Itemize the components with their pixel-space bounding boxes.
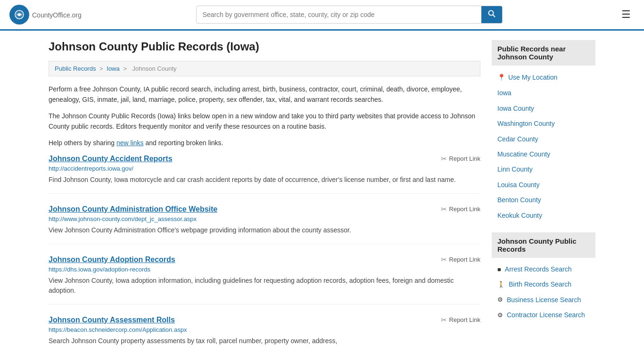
search-input[interactable]: [197, 7, 481, 22]
desc-para3-prefix: Help others by sharing: [49, 139, 116, 147]
record-link-2[interactable]: Business License Search: [507, 295, 581, 305]
record-desc-1: View Johnson County Administration Offic…: [49, 225, 480, 235]
record-entry: Johnson County Assessment Rolls ✂ Report…: [49, 316, 480, 354]
breadcrumb: Public Records > Iowa > Johnson County: [49, 61, 480, 76]
record-link-icon-2: ⚙: [497, 296, 503, 303]
report-icon-2: ✂: [441, 255, 447, 264]
report-link-label-2: Report Link: [449, 256, 480, 263]
record-link-1[interactable]: Birth Records Search: [509, 279, 571, 289]
record-header-0: Johnson County Accident Reports ✂ Report…: [49, 155, 480, 163]
record-header-1: Johnson County Administration Office Web…: [49, 205, 480, 214]
report-link-label-1: Report Link: [449, 206, 480, 213]
report-link-label-3: Report Link: [449, 316, 480, 323]
logo-area[interactable]: CountyOffice.org: [9, 5, 82, 25]
content-area: Johnson County Public Records (Iowa) Pub…: [49, 40, 480, 362]
report-link-button-2[interactable]: ✂ Report Link: [441, 255, 480, 264]
nearby-link-2[interactable]: Washington County: [492, 116, 595, 131]
nearby-link-7[interactable]: Benton County: [492, 192, 595, 207]
record-desc-0: Find Johnson County, Iowa motorcycle and…: [49, 175, 480, 185]
sidebar-record-item-0: ■ Arrest Records Search: [492, 262, 595, 277]
record-title-3[interactable]: Johnson County Assessment Rolls: [49, 316, 175, 324]
record-url-2[interactable]: https://dhs.iowa.gov/adoption-records: [49, 266, 480, 273]
report-icon-0: ✂: [441, 155, 447, 163]
nearby-link-5[interactable]: Linn County: [492, 162, 595, 177]
records-list: Johnson County Accident Reports ✂ Report…: [49, 155, 480, 354]
sidebar-record-item-3: ⚙ Contractor License Search: [492, 307, 595, 322]
search-button[interactable]: [481, 6, 502, 23]
report-link-button-0[interactable]: ✂ Report Link: [441, 155, 480, 163]
jc-records-section: Johnson County Public Records ■ Arrest R…: [492, 232, 595, 323]
desc-para1: Perform a free Johnson County, IA public…: [49, 84, 480, 105]
report-link-label-0: Report Link: [449, 155, 480, 162]
report-link-button-1[interactable]: ✂ Report Link: [441, 205, 480, 214]
record-header-3: Johnson County Assessment Rolls ✂ Report…: [49, 316, 480, 324]
main-container: Johnson County Public Records (Iowa) Pub…: [39, 31, 605, 362]
description-block: Perform a free Johnson County, IA public…: [49, 84, 480, 148]
record-entry: Johnson County Administration Office Web…: [49, 205, 480, 244]
record-header-2: Johnson County Adoption Records ✂ Report…: [49, 255, 480, 264]
nearby-header: Public Records near Johnson County: [492, 40, 595, 66]
sidebar-record-item-2: ⚙ Business License Search: [492, 292, 595, 307]
use-my-location-item[interactable]: 📍 Use My Location: [492, 69, 595, 85]
breadcrumb-iowa[interactable]: Iowa: [107, 65, 119, 72]
nearby-section: Public Records near Johnson County 📍 Use…: [492, 40, 595, 223]
record-desc-3: Search Johnson County property assessmen…: [49, 336, 480, 346]
record-link-icon-3: ⚙: [497, 312, 503, 319]
nearby-link-8[interactable]: Keokuk County: [492, 208, 595, 223]
location-dot-icon: 📍: [497, 74, 505, 81]
page-title: Johnson County Public Records (Iowa): [49, 40, 480, 53]
record-url-3[interactable]: https://beacon.schneidercorp.com/Applica…: [49, 326, 480, 333]
search-bar: [196, 6, 503, 24]
record-links-container: ■ Arrest Records Search 🚶 Birth Records …: [492, 262, 595, 323]
record-entry: Johnson County Adoption Records ✂ Report…: [49, 255, 480, 304]
record-link-icon-1: 🚶: [497, 281, 505, 288]
record-title-2[interactable]: Johnson County Adoption Records: [49, 255, 175, 264]
record-title-0[interactable]: Johnson County Accident Reports: [49, 155, 173, 163]
report-link-button-3[interactable]: ✂ Report Link: [441, 316, 480, 324]
breadcrumb-sep1: >: [99, 65, 103, 72]
logo-text: CountyOffice.org: [32, 10, 82, 20]
svg-point-2: [18, 13, 21, 16]
breadcrumb-sep2: >: [123, 65, 127, 72]
record-entry: Johnson County Accident Reports ✂ Report…: [49, 155, 480, 194]
record-url-0[interactable]: http://accidentreports.iowa.gov/: [49, 165, 480, 172]
record-link-0[interactable]: Arrest Records Search: [505, 264, 572, 274]
report-icon-3: ✂: [441, 316, 447, 324]
record-link-icon-0: ■: [497, 266, 501, 273]
record-title-1[interactable]: Johnson County Administration Office Web…: [49, 205, 217, 214]
svg-point-3: [489, 11, 494, 16]
desc-para3: Help others by sharing new links and rep…: [49, 138, 480, 148]
jc-records-header: Johnson County Public Records: [492, 232, 595, 258]
use-my-location-link[interactable]: Use My Location: [508, 72, 557, 82]
logo-name: CountyOffice: [32, 11, 70, 19]
nearby-link-1[interactable]: Iowa County: [492, 101, 595, 116]
hamburger-menu-button[interactable]: ☰: [618, 7, 635, 23]
sidebar: Public Records near Johnson County 📍 Use…: [492, 40, 595, 362]
record-desc-2: View Johnson County, Iowa adoption infor…: [49, 276, 480, 296]
desc-para3-suffix: and reporting broken links.: [144, 139, 223, 147]
breadcrumb-current: Johnson County: [132, 65, 177, 72]
sidebar-record-item-1: 🚶 Birth Records Search: [492, 277, 595, 292]
nearby-link-6[interactable]: Louisa County: [492, 177, 595, 192]
breadcrumb-public-records[interactable]: Public Records: [55, 65, 96, 72]
report-icon-1: ✂: [441, 205, 447, 214]
desc-para2: The Johnson County Public Records (Iowa)…: [49, 111, 480, 132]
header: CountyOffice.org ☰: [0, 0, 644, 31]
nearby-link-3[interactable]: Cedar County: [492, 132, 595, 147]
nearby-link-4[interactable]: Muscatine County: [492, 147, 595, 162]
record-url-1[interactable]: http://www.johnson-county.com/dept_jc_as…: [49, 215, 480, 222]
svg-line-4: [493, 15, 495, 17]
logo-suffix: .org: [70, 11, 82, 19]
nearby-links-container: IowaIowa CountyWashington CountyCedar Co…: [492, 85, 595, 223]
record-link-3[interactable]: Contractor License Search: [507, 310, 585, 320]
new-links-link[interactable]: new links: [116, 139, 144, 147]
logo-icon: [9, 5, 29, 25]
nearby-link-0[interactable]: Iowa: [492, 85, 595, 100]
